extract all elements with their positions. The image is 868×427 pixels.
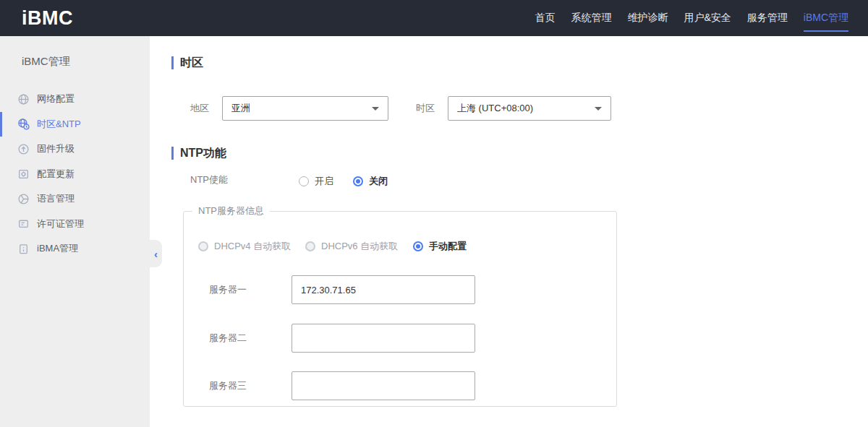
sidebar-item-label: 时区&NTP	[37, 118, 81, 131]
server-one-row: 服务器一	[209, 275, 475, 304]
server-three-row: 服务器三	[209, 371, 475, 400]
nav-item-home[interactable]: 首页	[527, 0, 563, 36]
top-nav: 首页 系统管理 维护诊断 用户&安全 服务管理 iBMC管理	[527, 0, 856, 36]
server-two-row: 服务器二	[209, 324, 475, 353]
section-title-bar	[171, 56, 174, 69]
timezone-section-title: 时区	[171, 56, 203, 70]
nav-item-maintenance[interactable]: 维护诊断	[619, 0, 676, 36]
manual-config-radio[interactable]: 手动配置	[413, 240, 467, 253]
server-one-input[interactable]	[292, 275, 475, 304]
timezone-clock-icon	[17, 118, 30, 130]
ntp-enable-on-radio[interactable]: 开启	[299, 175, 333, 188]
top-header: iBMC 首页 系统管理 维护诊断 用户&安全 服务管理 iBMC管理	[0, 0, 868, 36]
ntp-section-title: NTP功能	[171, 146, 226, 160]
sidebar-item-network-config[interactable]: 网络配置	[0, 87, 150, 112]
nav-item-ibmc-management[interactable]: iBMC管理	[796, 0, 856, 36]
sidebar-item-label: 语言管理	[37, 192, 75, 205]
sidebar-collapse-handle[interactable]: ‹	[150, 240, 162, 267]
sidebar-item-label: 网络配置	[37, 92, 75, 105]
server-two-input[interactable]	[292, 324, 475, 353]
package-icon	[17, 243, 30, 255]
server-three-input[interactable]	[292, 371, 475, 400]
nav-item-services[interactable]: 服务管理	[739, 0, 796, 36]
firmware-upload-icon	[17, 143, 30, 155]
radio-disabled-icon	[305, 241, 315, 251]
chevron-down-icon	[595, 107, 602, 111]
config-update-icon	[17, 168, 30, 180]
sidebar-item-label: 配置更新	[37, 168, 75, 181]
radio-checked-icon	[353, 176, 363, 186]
sidebar-item-ibma-management[interactable]: iBMA管理	[0, 236, 150, 262]
sidebar-item-label: 固件升级	[37, 142, 75, 155]
region-select-value: 亚洲	[231, 102, 250, 115]
sidebar-title: iBMC管理	[0, 36, 150, 69]
sidebar-item-license-management[interactable]: 许可证管理	[0, 212, 150, 237]
timezone-select-value: 上海 (UTC+08:00)	[457, 102, 533, 115]
section-title-bar	[171, 147, 174, 160]
globe-icon	[17, 93, 30, 105]
ntp-server-info-legend: NTP服务器信息	[192, 204, 270, 217]
ibmc-settings-page: iBMC 首页 系统管理 维护诊断 用户&安全 服务管理 iBMC管理 iBMC…	[0, 0, 868, 427]
ibmc-logo: iBMC	[22, 0, 73, 36]
region-select[interactable]: 亚洲	[222, 96, 388, 121]
nav-item-system[interactable]: 系统管理	[563, 0, 619, 36]
chevron-left-icon: ‹	[154, 248, 158, 260]
sidebar-item-config-update[interactable]: 配置更新	[0, 162, 150, 187]
ntp-enable-label: NTP使能	[190, 168, 228, 192]
timezone-select[interactable]: 上海 (UTC+08:00)	[448, 96, 611, 121]
chevron-down-icon	[372, 107, 379, 111]
timezone-label: 时区	[416, 96, 435, 121]
sidebar: iBMC管理 网络配置 时区&NTP 固件升级	[0, 36, 150, 427]
nav-item-user-security[interactable]: 用户&安全	[676, 0, 739, 36]
server-two-label: 服务器二	[209, 332, 292, 345]
sidebar-item-label: 许可证管理	[37, 217, 84, 230]
sidebar-menu: 网络配置 时区&NTP 固件升级 配置更新	[0, 87, 150, 262]
radio-unchecked-icon	[299, 176, 309, 186]
server-three-label: 服务器三	[209, 379, 292, 392]
sidebar-item-firmware-upgrade[interactable]: 固件升级	[0, 137, 150, 162]
server-one-label: 服务器一	[209, 283, 292, 296]
license-icon	[17, 217, 30, 230]
region-label: 地区	[190, 96, 209, 121]
ntp-enable-off-radio[interactable]: 关闭	[353, 175, 388, 188]
dhcpv6-auto-radio[interactable]: DHCPv6 自动获取	[305, 240, 398, 253]
sidebar-item-language-management[interactable]: 语言管理	[0, 186, 150, 212]
sidebar-item-label: iBMA管理	[37, 242, 78, 255]
sidebar-item-timezone-ntp[interactable]: 时区&NTP	[0, 112, 150, 137]
radio-checked-icon	[413, 241, 423, 251]
ntp-server-info-group: NTP服务器信息 DHCPv4 自动获取 DHCPv6 自动获取 手动配置 服务…	[183, 204, 617, 407]
dhcpv4-auto-radio[interactable]: DHCPv4 自动获取	[198, 240, 291, 253]
language-icon	[17, 193, 30, 205]
radio-disabled-icon	[198, 241, 208, 251]
